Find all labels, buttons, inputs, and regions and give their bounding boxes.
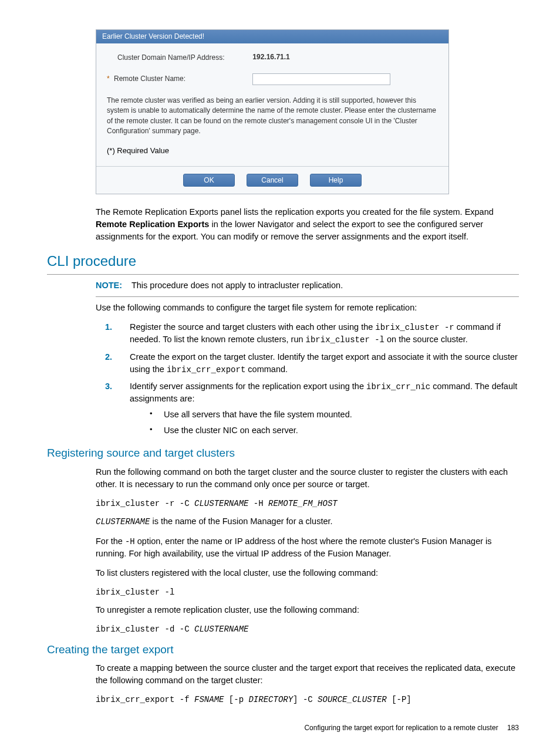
help-button[interactable]: Help (310, 174, 362, 187)
dialog-title-bar: Earlier Cluster Version Detected! (96, 30, 448, 43)
section-divider (47, 274, 519, 275)
list-item: Use all servers that have the file syste… (130, 409, 519, 421)
dialog-body: Cluster Domain Name/IP Address: 192.16.7… (96, 43, 448, 166)
list-number: 1. (105, 321, 112, 333)
list-clusters-paragraph: To list clusters registered with the loc… (96, 567, 519, 579)
dialog-footer: OK Cancel Help (96, 166, 448, 194)
dialog-title: Earlier Cluster Version Detected! (102, 32, 204, 40)
heading-cli-procedure: CLI procedure (47, 251, 560, 272)
list-item: 3. Identify server assignments for the r… (96, 380, 519, 437)
procedure-list: 1. Register the source and target cluste… (96, 321, 519, 437)
list-item: 2. Create the export on the target clust… (96, 351, 519, 376)
note-row: NOTE: This procedure does not apply to i… (96, 279, 519, 292)
command-unregister: ibrix_cluster -d -C CLUSTERNAME (96, 623, 519, 635)
clustername-paragraph: CLUSTERNAME is the name of the Fusion Ma… (96, 515, 519, 528)
label-remote-cluster-name-text: Remote Cluster Name: (114, 75, 185, 83)
list-item: 1. Register the source and target cluste… (96, 321, 519, 346)
create-export-paragraph: To create a mapping between the source c… (96, 662, 519, 687)
configure-intro-paragraph: Use the following commands to configure … (96, 302, 519, 314)
list-item: Use the cluster NIC on each server. (130, 424, 519, 437)
note-text: This procedure does not apply to intracl… (131, 281, 343, 290)
dialog-earlier-cluster: Earlier Cluster Version Detected! Cluste… (96, 29, 449, 194)
default-assignments-list: Use all servers that have the file syste… (130, 409, 519, 437)
page-number: 183 (507, 724, 519, 732)
dialog-info-text: The remote cluster was verified as being… (107, 96, 438, 137)
required-value-note: (*) Required Value (107, 146, 438, 157)
label-ip-address: Cluster Domain Name/IP Address: (107, 53, 251, 63)
h-option-paragraph: For the -H option, enter the name or IP … (96, 535, 519, 560)
heading-registering-clusters: Registering source and target clusters (47, 445, 560, 461)
note-divider (96, 296, 519, 297)
list-number: 3. (105, 380, 112, 393)
note-label: NOTE: (96, 281, 122, 290)
command-list: ibrix_cluster -l (96, 586, 519, 598)
list-number: 2. (105, 351, 112, 363)
page-footer: Configuring the target export for replic… (0, 723, 519, 733)
remote-cluster-name-input[interactable] (252, 73, 390, 85)
ok-button[interactable]: OK (183, 174, 235, 187)
required-asterisk-icon: * (107, 75, 110, 83)
heading-creating-target-export: Creating the target export (47, 642, 560, 658)
row-remote-cluster-name: * Remote Cluster Name: (107, 73, 438, 85)
value-ip-address: 192.16.71.1 (252, 53, 289, 61)
registering-paragraph: Run the following command on both the ta… (96, 466, 519, 491)
unregister-paragraph: To unregister a remote replication clust… (96, 604, 519, 616)
row-ip-address: Cluster Domain Name/IP Address: 192.16.7… (107, 52, 438, 63)
command-create-export: ibrix_crr_export -f FSNAME [-p DIRECTORY… (96, 694, 519, 706)
footer-text: Configuring the target export for replic… (304, 724, 498, 732)
cancel-button[interactable]: Cancel (247, 174, 298, 187)
remote-replication-exports-paragraph: The Remote Replication Exports panel lis… (96, 206, 519, 243)
command-register: ibrix_cluster -r -C CLUSTERNAME -H REMOT… (96, 498, 519, 509)
label-remote-cluster-name: * Remote Cluster Name: (107, 74, 251, 84)
